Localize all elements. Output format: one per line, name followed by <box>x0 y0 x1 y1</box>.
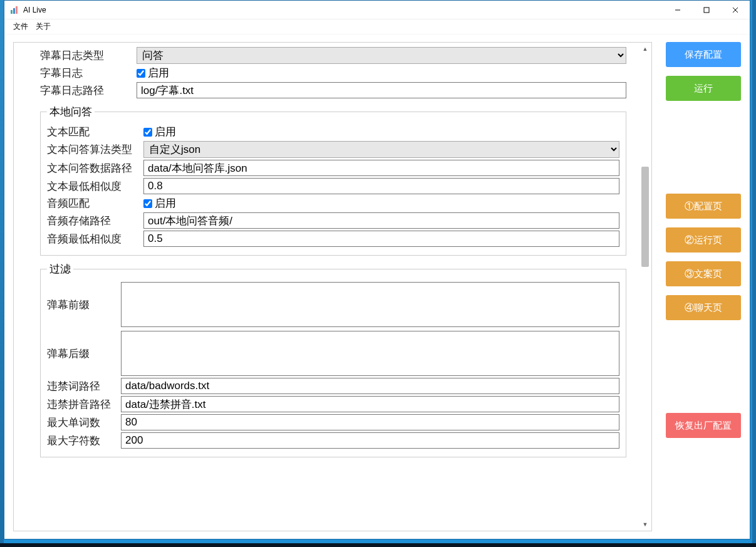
filter-legend: 过滤 <box>47 262 73 276</box>
main-area: 弹幕日志类型 问答 字幕日志 启用 字幕日志路径 <box>4 34 657 539</box>
app-icon <box>9 5 19 15</box>
caption-log-enable-text: 启用 <box>148 66 169 80</box>
scroll-thumb[interactable] <box>641 167 649 267</box>
prefix-input[interactable] <box>121 282 619 327</box>
filter-fieldset: 过滤 弹幕前缀 弹幕后缀 违禁词路径 <box>40 262 626 457</box>
page-run-button[interactable]: ②运行页 <box>666 227 741 253</box>
svg-rect-4 <box>704 8 709 13</box>
max-chars-input[interactable] <box>121 432 619 449</box>
window-title: AI Live <box>23 6 46 14</box>
caption-path-input[interactable] <box>137 82 626 98</box>
form-content: 弹幕日志类型 问答 字幕日志 启用 字幕日志路径 <box>14 42 639 467</box>
page-config-button[interactable]: ①配置页 <box>666 194 741 219</box>
audio-sim-label: 音频最低相似度 <box>47 232 143 246</box>
min-sim-label: 文本最低相似度 <box>47 179 143 194</box>
app-window: AI Live 文件 关于 弹幕日志类型 问答 字幕日志 <box>4 0 750 539</box>
menu-file[interactable]: 文件 <box>13 21 28 32</box>
factory-reset-button[interactable]: 恢复出厂配置 <box>666 413 741 438</box>
log-type-label: 弹幕日志类型 <box>40 48 137 63</box>
desktop-right-strip <box>752 0 756 547</box>
audio-match-label: 音频匹配 <box>47 196 143 211</box>
form-scroll-container: 弹幕日志类型 问答 字幕日志 启用 字幕日志路径 <box>13 42 652 531</box>
audio-path-input[interactable] <box>143 212 619 229</box>
text-match-enable-text: 启用 <box>155 125 176 139</box>
menubar: 文件 关于 <box>4 19 750 34</box>
titlebar: AI Live <box>4 1 750 19</box>
audio-sim-input[interactable] <box>143 231 619 247</box>
prefix-label: 弹幕前缀 <box>47 298 121 312</box>
pinyin-input[interactable] <box>121 396 619 412</box>
audio-path-label: 音频存储路径 <box>47 214 143 228</box>
maximize-button[interactable] <box>692 1 721 19</box>
max-chars-label: 最大字符数 <box>47 434 121 448</box>
svg-rect-2 <box>16 6 18 14</box>
badwords-input[interactable] <box>121 378 619 394</box>
audio-match-enable-text: 启用 <box>155 196 176 211</box>
page-chat-button[interactable]: ④聊天页 <box>666 295 741 320</box>
text-match-checkbox[interactable] <box>143 128 152 137</box>
svg-rect-0 <box>11 10 13 14</box>
text-match-label: 文本匹配 <box>47 125 143 139</box>
data-path-input[interactable] <box>143 160 619 176</box>
caption-log-label: 字幕日志 <box>40 66 137 80</box>
run-button[interactable]: 运行 <box>666 76 741 101</box>
caption-log-checkbox[interactable] <box>137 69 145 78</box>
pinyin-label: 违禁拼音路径 <box>47 397 121 412</box>
scroll-up-icon[interactable]: ▲ <box>640 44 650 54</box>
svg-rect-1 <box>13 8 15 14</box>
audio-match-checkbox[interactable] <box>143 199 152 208</box>
log-type-select[interactable]: 问答 <box>137 47 626 64</box>
local-qa-legend: 本地问答 <box>47 105 95 119</box>
close-button[interactable] <box>721 1 750 19</box>
minimize-button[interactable] <box>663 1 692 19</box>
local-qa-fieldset: 本地问答 文本匹配 启用 文本问答算法类型 自定义json <box>40 105 626 256</box>
taskbar <box>0 543 756 547</box>
page-script-button[interactable]: ③文案页 <box>666 261 741 286</box>
algo-label: 文本问答算法类型 <box>47 142 143 157</box>
suffix-label: 弹幕后缀 <box>47 346 121 361</box>
side-panel: 保存配置 运行 ①配置页 ②运行页 ③文案页 ④聊天页 恢复出厂配置 <box>657 34 750 539</box>
max-words-input[interactable] <box>121 414 619 430</box>
scroll-down-icon[interactable]: ▼ <box>640 519 650 529</box>
min-sim-input[interactable] <box>143 178 619 194</box>
caption-path-label: 字幕日志路径 <box>40 83 137 98</box>
scroll-track[interactable] <box>640 54 650 519</box>
menu-about[interactable]: 关于 <box>36 21 51 32</box>
badwords-label: 违禁词路径 <box>47 379 121 393</box>
spacer <box>666 110 741 185</box>
content-area: 弹幕日志类型 问答 字幕日志 启用 字幕日志路径 <box>4 34 750 539</box>
save-config-button[interactable]: 保存配置 <box>666 42 741 67</box>
suffix-input[interactable] <box>121 331 619 376</box>
max-words-label: 最大单词数 <box>47 415 121 430</box>
spacer <box>666 329 741 404</box>
data-path-label: 文本问答数据路径 <box>47 161 143 175</box>
vertical-scrollbar[interactable]: ▲ ▼ <box>640 44 650 529</box>
algo-select[interactable]: 自定义json <box>143 141 619 158</box>
